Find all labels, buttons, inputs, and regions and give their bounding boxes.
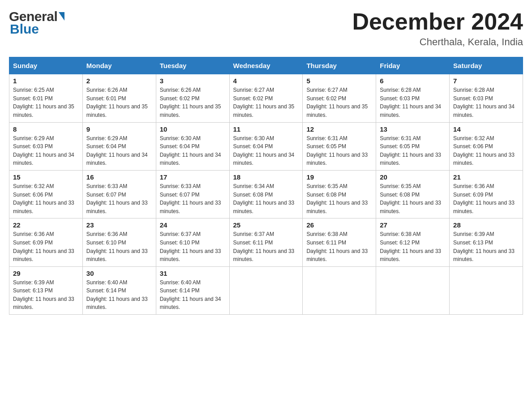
day-number: 4 [233,77,299,85]
calendar-cell: 9 Sunrise: 6:29 AMSunset: 6:04 PMDayligh… [82,122,156,170]
day-info: Sunrise: 6:28 AMSunset: 6:03 PMDaylight:… [453,87,515,118]
calendar-cell: 31 Sunrise: 6:40 AMSunset: 6:14 PMDaylig… [156,266,229,314]
calendar-cell: 1 Sunrise: 6:25 AMSunset: 6:01 PMDayligh… [9,74,83,122]
calendar-cell: 30 Sunrise: 6:40 AMSunset: 6:14 PMDaylig… [82,266,156,314]
calendar-cell: 17 Sunrise: 6:33 AMSunset: 6:07 PMDaylig… [156,170,229,218]
calendar-cell: 28 Sunrise: 6:39 AMSunset: 6:13 PMDaylig… [450,218,523,266]
day-info: Sunrise: 6:36 AMSunset: 6:10 PMDaylight:… [86,231,148,262]
day-info: Sunrise: 6:30 AMSunset: 6:04 PMDaylight:… [233,135,295,167]
weekday-header-wednesday: Wednesday [229,57,303,74]
day-info: Sunrise: 6:29 AMSunset: 6:03 PMDaylight:… [13,135,74,167]
day-number: 26 [306,221,372,229]
calendar-cell: 8 Sunrise: 6:29 AMSunset: 6:03 PMDayligh… [9,122,83,170]
calendar-cell: 12 Sunrise: 6:31 AMSunset: 6:05 PMDaylig… [303,122,376,170]
weekday-header-thursday: Thursday [303,57,376,74]
day-info: Sunrise: 6:28 AMSunset: 6:03 PMDaylight:… [380,87,441,118]
day-number: 3 [160,77,226,85]
calendar-week-row: 22 Sunrise: 6:36 AMSunset: 6:09 PMDaylig… [9,218,523,266]
calendar-cell: 15 Sunrise: 6:32 AMSunset: 6:06 PMDaylig… [9,170,83,218]
calendar-cell: 4 Sunrise: 6:27 AMSunset: 6:02 PMDayligh… [229,74,303,122]
month-title: December 2024 [352,9,523,34]
day-number: 13 [380,125,446,133]
calendar-cell: 22 Sunrise: 6:36 AMSunset: 6:09 PMDaylig… [9,218,83,266]
calendar-week-row: 29 Sunrise: 6:39 AMSunset: 6:13 PMDaylig… [9,266,523,314]
day-info: Sunrise: 6:33 AMSunset: 6:07 PMDaylight:… [160,183,221,214]
day-info: Sunrise: 6:35 AMSunset: 6:08 PMDaylight:… [306,183,368,214]
logo: General Blue [9,9,64,37]
calendar-week-row: 1 Sunrise: 6:25 AMSunset: 6:01 PMDayligh… [9,74,523,122]
day-number: 7 [453,77,519,85]
weekday-header-sunday: Sunday [9,57,83,74]
calendar-table: SundayMondayTuesdayWednesdayThursdayFrid… [9,57,523,315]
day-info: Sunrise: 6:31 AMSunset: 6:05 PMDaylight:… [306,135,368,167]
day-number: 6 [380,77,446,85]
day-info: Sunrise: 6:37 AMSunset: 6:10 PMDaylight:… [160,231,221,262]
day-number: 12 [306,125,372,133]
day-number: 10 [160,125,226,133]
day-info: Sunrise: 6:36 AMSunset: 6:09 PMDaylight:… [453,183,515,214]
day-info: Sunrise: 6:27 AMSunset: 6:02 PMDaylight:… [306,87,368,118]
day-info: Sunrise: 6:39 AMSunset: 6:13 PMDaylight:… [13,279,74,311]
weekday-header-friday: Friday [376,57,450,74]
calendar-cell [229,266,303,314]
calendar-cell [376,266,450,314]
day-number: 9 [86,125,152,133]
calendar-cell: 29 Sunrise: 6:39 AMSunset: 6:13 PMDaylig… [9,266,83,314]
calendar-cell: 16 Sunrise: 6:33 AMSunset: 6:07 PMDaylig… [82,170,156,218]
day-info: Sunrise: 6:32 AMSunset: 6:06 PMDaylight:… [453,135,515,167]
calendar-cell [450,266,523,314]
day-number: 14 [453,125,519,133]
calendar-cell: 21 Sunrise: 6:36 AMSunset: 6:09 PMDaylig… [450,170,523,218]
day-number: 30 [86,270,152,277]
calendar-cell: 23 Sunrise: 6:36 AMSunset: 6:10 PMDaylig… [82,218,156,266]
day-number: 19 [306,173,372,181]
day-number: 24 [160,221,226,229]
day-number: 8 [13,125,79,133]
day-number: 18 [233,173,299,181]
calendar-cell: 10 Sunrise: 6:30 AMSunset: 6:04 PMDaylig… [156,122,229,170]
day-number: 17 [160,173,226,181]
page-header: General Blue December 2024 Cherthala, Ke… [9,9,523,48]
day-number: 11 [233,125,299,133]
day-info: Sunrise: 6:30 AMSunset: 6:04 PMDaylight:… [160,135,221,167]
calendar-cell: 18 Sunrise: 6:34 AMSunset: 6:08 PMDaylig… [229,170,303,218]
day-info: Sunrise: 6:29 AMSunset: 6:04 PMDaylight:… [86,135,148,167]
calendar-cell: 7 Sunrise: 6:28 AMSunset: 6:03 PMDayligh… [450,74,523,122]
day-number: 25 [233,221,299,229]
calendar-cell: 27 Sunrise: 6:38 AMSunset: 6:12 PMDaylig… [376,218,450,266]
day-number: 15 [13,173,79,181]
day-info: Sunrise: 6:38 AMSunset: 6:12 PMDaylight:… [380,231,441,262]
day-number: 21 [453,173,519,181]
day-info: Sunrise: 6:26 AMSunset: 6:01 PMDaylight:… [86,87,148,118]
calendar-cell: 3 Sunrise: 6:26 AMSunset: 6:02 PMDayligh… [156,74,229,122]
day-info: Sunrise: 6:37 AMSunset: 6:11 PMDaylight:… [233,231,295,262]
day-number: 16 [86,173,152,181]
day-number: 29 [13,270,79,277]
day-info: Sunrise: 6:35 AMSunset: 6:08 PMDaylight:… [380,183,441,214]
calendar-cell: 13 Sunrise: 6:31 AMSunset: 6:05 PMDaylig… [376,122,450,170]
calendar-cell [303,266,376,314]
day-info: Sunrise: 6:38 AMSunset: 6:11 PMDaylight:… [306,231,368,262]
calendar-cell: 2 Sunrise: 6:26 AMSunset: 6:01 PMDayligh… [82,74,156,122]
day-info: Sunrise: 6:27 AMSunset: 6:02 PMDaylight:… [233,87,295,118]
calendar-cell: 24 Sunrise: 6:37 AMSunset: 6:10 PMDaylig… [156,218,229,266]
day-number: 28 [453,221,519,229]
weekday-header-monday: Monday [82,57,156,74]
day-number: 1 [13,77,79,85]
calendar-week-row: 8 Sunrise: 6:29 AMSunset: 6:03 PMDayligh… [9,122,523,170]
day-number: 22 [13,221,79,229]
calendar-cell: 14 Sunrise: 6:32 AMSunset: 6:06 PMDaylig… [450,122,523,170]
logo-blue-text: Blue [9,21,39,37]
day-info: Sunrise: 6:40 AMSunset: 6:14 PMDaylight:… [160,279,221,311]
day-number: 27 [380,221,446,229]
calendar-cell: 26 Sunrise: 6:38 AMSunset: 6:11 PMDaylig… [303,218,376,266]
day-number: 5 [306,77,372,85]
day-info: Sunrise: 6:33 AMSunset: 6:07 PMDaylight:… [86,183,148,214]
weekday-header-saturday: Saturday [450,57,523,74]
day-info: Sunrise: 6:32 AMSunset: 6:06 PMDaylight:… [13,183,74,214]
calendar-cell: 20 Sunrise: 6:35 AMSunset: 6:08 PMDaylig… [376,170,450,218]
day-info: Sunrise: 6:31 AMSunset: 6:05 PMDaylight:… [380,135,441,167]
calendar-cell: 19 Sunrise: 6:35 AMSunset: 6:08 PMDaylig… [303,170,376,218]
day-info: Sunrise: 6:36 AMSunset: 6:09 PMDaylight:… [13,231,74,262]
title-block: December 2024 Cherthala, Kerala, India [352,9,523,48]
